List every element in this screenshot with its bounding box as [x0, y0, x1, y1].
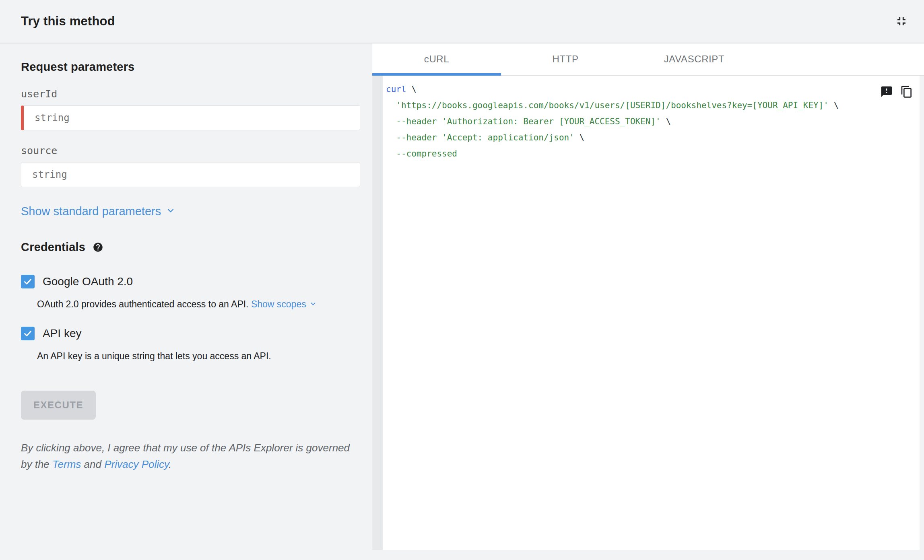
code-block: curl \ 'https://books.googleapis.com/boo…: [383, 76, 920, 550]
disclaimer-suffix: .: [169, 458, 171, 470]
code-token: \: [829, 101, 839, 110]
show-standard-parameters-label: Show standard parameters: [21, 205, 161, 218]
chevron-down-icon: [166, 205, 175, 218]
apikey-checkbox-row[interactable]: API key: [21, 327, 360, 340]
show-standard-parameters-link[interactable]: Show standard parameters: [21, 205, 175, 218]
fullscreen-exit-icon[interactable]: [893, 12, 910, 30]
privacy-policy-link[interactable]: Privacy Policy: [104, 458, 169, 470]
code-language-tabs: cURL HTTP JAVASCRIPT: [372, 43, 924, 76]
tab-javascript[interactable]: JAVASCRIPT: [630, 43, 759, 75]
show-scopes-label: Show scopes: [251, 299, 306, 310]
apikey-checkbox-checked-icon[interactable]: [21, 327, 35, 340]
code-token: curl: [386, 84, 406, 94]
code-token: \: [661, 117, 671, 126]
apikey-description: An API key is a unique string that lets …: [37, 351, 360, 362]
execute-button[interactable]: EXECUTE: [21, 391, 96, 420]
oauth-checkbox-label: Google OAuth 2.0: [43, 275, 133, 288]
code-token: --header 'Authorization: Bearer [YOUR_AC…: [396, 117, 660, 126]
show-scopes-link[interactable]: Show scopes: [251, 299, 317, 310]
code-token: \: [406, 84, 417, 94]
code-token: --compressed: [396, 149, 457, 159]
code-actions: [879, 84, 914, 99]
copy-icon[interactable]: [899, 84, 914, 99]
code-region: curl \ 'https://books.googleapis.com/boo…: [372, 76, 924, 550]
main-content: Request parameters userId source Show st…: [0, 43, 924, 560]
param-label-userid: userId: [21, 88, 360, 100]
tab-curl[interactable]: cURL: [372, 43, 501, 75]
oauth-checkbox-row[interactable]: Google OAuth 2.0: [21, 275, 360, 288]
chevron-down-icon: [309, 299, 317, 310]
tab-http[interactable]: HTTP: [501, 43, 630, 75]
param-group-source: source: [21, 145, 360, 187]
param-group-userid: userId: [21, 88, 360, 130]
param-label-source: source: [21, 145, 360, 156]
feedback-icon[interactable]: [879, 84, 894, 99]
code-token: [386, 101, 396, 110]
dialog-header: Try this method: [0, 0, 924, 43]
oauth-checkbox-checked-icon[interactable]: [21, 275, 35, 288]
code-token: [386, 149, 396, 159]
apikey-checkbox-label: API key: [43, 327, 81, 340]
disclaimer-middle: and: [81, 458, 104, 470]
help-icon[interactable]: [93, 242, 103, 253]
disclaimer-text: By clicking above, I agree that my use o…: [21, 440, 360, 473]
code-sample-panel: cURL HTTP JAVASCRIPT: [372, 43, 924, 560]
oauth-description-text: OAuth 2.0 provides authenticated access …: [37, 299, 251, 309]
code-token: [386, 117, 396, 126]
credentials-header: Credentials: [21, 241, 360, 254]
terms-link[interactable]: Terms: [52, 458, 81, 470]
curl-code: curl \ 'https://books.googleapis.com/boo…: [386, 81, 920, 162]
page-title: Try this method: [21, 14, 893, 29]
code-token: \: [574, 133, 584, 142]
source-input[interactable]: [21, 162, 360, 187]
code-token: --header 'Accept: application/json': [396, 133, 574, 142]
request-parameters-title: Request parameters: [21, 60, 360, 74]
code-token: [386, 133, 396, 142]
code-token: 'https://books.googleapis.com/books/v1/u…: [396, 101, 829, 110]
userid-input[interactable]: [21, 105, 360, 130]
request-panel: Request parameters userId source Show st…: [0, 43, 372, 560]
credentials-title: Credentials: [21, 241, 85, 254]
panel-splitter[interactable]: [372, 76, 383, 550]
oauth-description: OAuth 2.0 provides authenticated access …: [37, 299, 360, 310]
